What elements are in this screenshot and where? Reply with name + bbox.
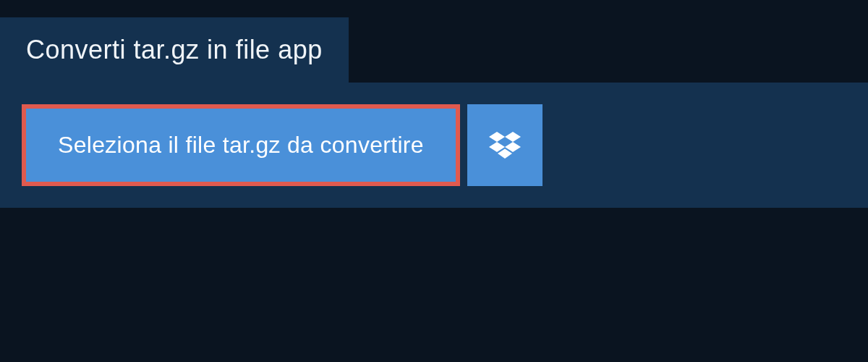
- dropbox-icon: [489, 132, 521, 159]
- select-file-button[interactable]: Seleziona il file tar.gz da convertire: [22, 104, 460, 186]
- svg-marker-0: [489, 132, 505, 142]
- select-file-button-label: Seleziona il file tar.gz da convertire: [58, 132, 424, 159]
- dropbox-button[interactable]: [467, 104, 542, 186]
- main-panel: Seleziona il file tar.gz da convertire: [0, 83, 868, 208]
- svg-marker-1: [505, 132, 521, 142]
- button-row: Seleziona il file tar.gz da convertire: [22, 104, 846, 186]
- header-tab: Converti tar.gz in file app: [0, 17, 349, 83]
- svg-marker-4: [498, 148, 512, 159]
- page-title: Converti tar.gz in file app: [26, 35, 323, 64]
